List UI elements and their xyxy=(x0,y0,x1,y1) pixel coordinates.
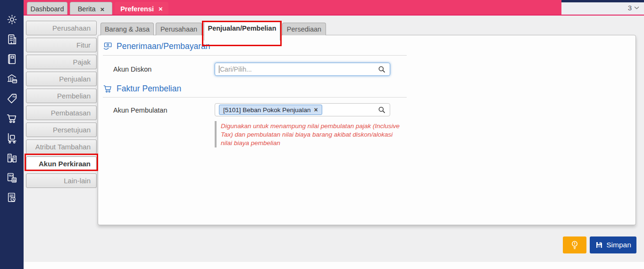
search-icon[interactable] xyxy=(377,65,386,73)
menu-item-fitur[interactable]: Fitur xyxy=(26,38,97,52)
settings-gear-icon[interactable] xyxy=(6,13,18,25)
section-penerimaan-pembayaran: Penerimaan/Pembayaran xyxy=(103,41,210,51)
window-tab-preferensi[interactable]: Preferensi × xyxy=(115,2,168,16)
floppy-save-icon xyxy=(595,241,603,249)
menu-item-pembelian[interactable]: Pembelian xyxy=(26,89,97,103)
chip-label: [5101] Beban Pokok Penjualan xyxy=(223,106,310,114)
svg-text:TAX: TAX xyxy=(8,174,13,177)
hint-lightbulb-button[interactable] xyxy=(563,236,586,253)
note-text: Digunakan untuk menampung nilai pembulat… xyxy=(221,121,401,147)
company-building-icon[interactable] xyxy=(6,33,18,45)
chevron-down-icon xyxy=(634,6,639,10)
journal-book-icon[interactable] xyxy=(6,53,18,65)
close-icon[interactable]: × xyxy=(159,5,163,12)
bottom-strip xyxy=(24,262,644,269)
tab-perusahaan[interactable]: Perusahaan xyxy=(156,23,202,35)
section-divider xyxy=(103,55,407,56)
hand-money-icon xyxy=(103,41,113,51)
selected-account-chip: [5101] Beban Pokok Penjualan × xyxy=(219,105,322,115)
akun-pembulatan-help-note: Digunakan untuk menampung nilai pembulat… xyxy=(215,121,401,147)
akun-pembulatan-label: Akun Pembulatan xyxy=(113,106,167,114)
note-left-bar xyxy=(215,121,217,147)
banking-icon[interactable] xyxy=(6,73,18,85)
tax-calculator-icon[interactable]: TAX xyxy=(6,171,18,184)
tab-label: Barang & Jasa xyxy=(105,25,150,33)
open-windows-dropdown[interactable]: 3 xyxy=(628,4,639,12)
price-tag-rp-icon[interactable]: Rp xyxy=(6,92,18,105)
akun-diskon-input[interactable] xyxy=(220,65,377,73)
window-tab-berita[interactable]: Berita × xyxy=(70,2,112,16)
open-windows-count: 3 xyxy=(628,4,632,12)
search-icon[interactable] xyxy=(377,106,386,114)
akun-diskon-lookup xyxy=(215,63,390,76)
menu-item-penjualan[interactable]: Penjualan xyxy=(26,72,97,86)
menu-item-persetujuan[interactable]: Persetujuan xyxy=(26,122,97,137)
menu-item-atribut-tambahan[interactable]: Atribut Tambahan xyxy=(26,139,97,154)
close-icon[interactable]: × xyxy=(100,6,105,13)
section-divider xyxy=(103,97,407,98)
main-nav-sidebar: Rp xyxy=(0,0,24,269)
tab-penjualan-pembelian[interactable]: Penjualan/Pembelian xyxy=(204,21,280,41)
section-faktur-pembelian: Faktur Pembelian xyxy=(103,84,181,94)
app-window: Dashboard Berita × Preferensi × 3 xyxy=(0,0,644,269)
menu-item-pembatasan[interactable]: Pembatasan xyxy=(26,106,97,120)
menu-item-pajak[interactable]: Pajak xyxy=(26,55,97,69)
menu-item-perusahaan[interactable]: Perusahaan xyxy=(26,21,97,35)
tab-barang-jasa[interactable]: Barang & Jasa xyxy=(100,23,154,35)
window-tab-dashboard[interactable]: Dashboard xyxy=(27,2,67,16)
text-caret xyxy=(219,65,219,73)
save-button-label: Simpan xyxy=(606,241,631,249)
tab-label: Persediaan xyxy=(287,25,321,33)
window-tab-label: Preferensi xyxy=(120,5,154,13)
akun-diskon-label: Akun Diskon xyxy=(113,65,151,73)
top-bar-underline xyxy=(24,15,644,16)
remove-chip-icon[interactable]: × xyxy=(314,106,318,113)
akun-pembulatan-lookup[interactable]: [5101] Beban Pokok Penjualan × xyxy=(215,103,390,116)
lightbulb-icon xyxy=(569,239,580,251)
fixed-assets-icon[interactable] xyxy=(6,152,18,164)
tab-persediaan[interactable]: Persediaan xyxy=(282,23,326,35)
cart-icon xyxy=(103,84,113,94)
inventory-trolley-icon[interactable] xyxy=(6,132,18,144)
purchases-cart-icon[interactable] xyxy=(6,112,18,124)
svg-text:Rp: Rp xyxy=(12,95,16,98)
top-navy-strip xyxy=(561,0,644,2)
section-title: Faktur Pembelian xyxy=(117,84,181,94)
reports-schedule-icon[interactable] xyxy=(6,191,18,204)
tab-label: Penjualan/Pembelian xyxy=(208,24,276,32)
save-button[interactable]: Simpan xyxy=(590,236,636,253)
menu-item-akun-perkiraan[interactable]: Akun Perkiraan xyxy=(26,156,97,171)
tab-label: Perusahaan xyxy=(160,25,197,33)
menu-item-lain-lain[interactable]: Lain-lain xyxy=(26,173,97,188)
section-title: Penerimaan/Pembayaran xyxy=(117,41,210,51)
window-tab-label: Dashboard xyxy=(31,5,64,13)
window-tab-label: Berita xyxy=(78,5,96,13)
